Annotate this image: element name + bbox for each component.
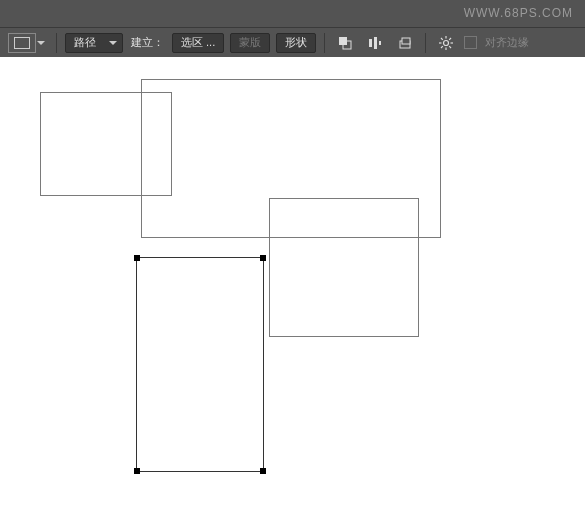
svg-rect-6 xyxy=(402,38,410,44)
gear-icon[interactable] xyxy=(434,32,458,54)
path-arrangement-icon[interactable] xyxy=(393,32,417,54)
svg-rect-3 xyxy=(374,37,377,49)
tool-mode-dropdown[interactable]: 路径 xyxy=(65,33,123,53)
divider xyxy=(56,33,57,53)
divider xyxy=(425,33,426,53)
options-bar: 路径 建立： 选区 ... 蒙版 形状 对齐边缘 xyxy=(0,27,585,57)
path-rect-3[interactable] xyxy=(269,198,419,337)
svg-line-15 xyxy=(449,38,451,40)
make-shape-button[interactable]: 形状 xyxy=(276,33,316,53)
make-label: 建立： xyxy=(131,35,164,50)
make-mask-button[interactable]: 蒙版 xyxy=(230,33,270,53)
title-bar: WWW.68PS.COM xyxy=(0,0,585,27)
svg-line-12 xyxy=(441,38,443,40)
svg-point-7 xyxy=(444,40,449,45)
svg-line-13 xyxy=(449,46,451,48)
svg-rect-4 xyxy=(379,41,381,45)
selection-handle[interactable] xyxy=(134,255,140,261)
tool-preset-picker[interactable] xyxy=(8,33,36,53)
align-edges-checkbox[interactable] xyxy=(464,36,477,49)
svg-line-14 xyxy=(441,46,443,48)
watermark-text: WWW.68PS.COM xyxy=(464,6,573,20)
canvas-area[interactable] xyxy=(0,57,585,505)
selection-handle[interactable] xyxy=(260,255,266,261)
path-operations-icon[interactable] xyxy=(333,32,357,54)
selection-handle[interactable] xyxy=(134,468,140,474)
make-selection-button[interactable]: 选区 ... xyxy=(172,33,224,53)
rectangle-icon xyxy=(14,37,30,49)
path-rect-4-selected[interactable] xyxy=(136,257,264,472)
align-edges-label: 对齐边缘 xyxy=(485,35,529,50)
svg-rect-2 xyxy=(369,39,372,47)
selection-handle[interactable] xyxy=(260,468,266,474)
divider xyxy=(324,33,325,53)
tool-mode-value: 路径 xyxy=(74,35,96,50)
path-alignment-icon[interactable] xyxy=(363,32,387,54)
